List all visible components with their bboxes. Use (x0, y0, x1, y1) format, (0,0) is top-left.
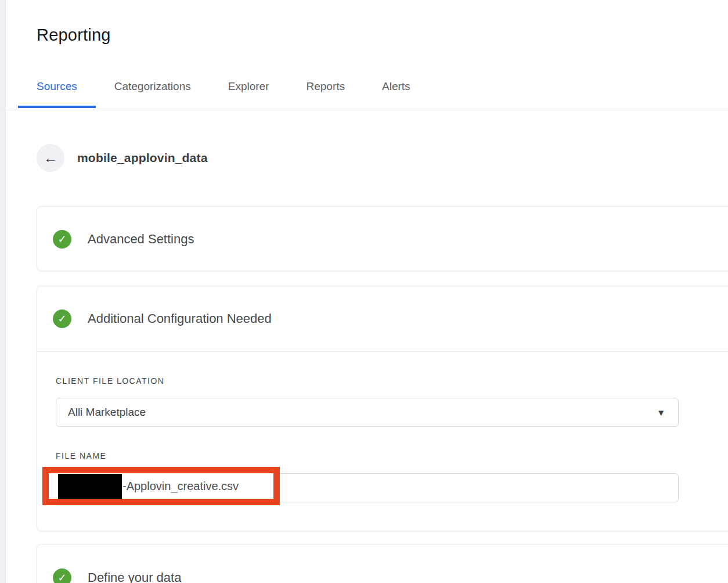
status-complete-badge: ✓ (53, 310, 71, 328)
annotation-highlight-box: -Applovin_creative.csv (42, 467, 280, 505)
chevron-down-icon: ▼ (657, 408, 665, 418)
status-complete-badge: ✓ (53, 230, 71, 249)
client-file-location-value: Alli Marketplace (68, 406, 657, 419)
card-advanced-settings[interactable]: ✓ Advanced Settings (37, 206, 728, 271)
left-edge-rail (0, 0, 6, 583)
card-additional-configuration-header[interactable]: ✓ Additional Configuration Needed (37, 286, 728, 352)
card-title: Advanced Settings (88, 232, 194, 247)
tab-sources[interactable]: Sources (18, 73, 96, 108)
card-title: Define your data (88, 570, 181, 583)
check-icon: ✓ (57, 573, 66, 583)
client-file-location-label: CLIENT FILE LOCATION (56, 376, 164, 386)
card-define-your-data-header: ✓ Define your data (37, 545, 728, 583)
tab-categorizations[interactable]: Categorizations (96, 73, 210, 108)
card-title: Additional Configuration Needed (88, 311, 272, 326)
source-header: ← mobile_applovin_data (37, 144, 208, 172)
card-additional-configuration: ✓ Additional Configuration Needed CLIENT… (37, 286, 728, 531)
check-icon: ✓ (57, 314, 66, 324)
back-arrow-icon: ← (44, 151, 57, 165)
client-file-location-select[interactable]: Alli Marketplace ▼ (56, 398, 679, 427)
file-name-value: -Applovin_creative.csv (122, 480, 239, 493)
tab-bar: Sources Categorizations Explorer Reports… (18, 73, 429, 108)
card-define-your-data[interactable]: ✓ Define your data (37, 544, 728, 583)
file-name-label: FILE NAME (56, 451, 106, 460)
tab-explorer[interactable]: Explorer (210, 73, 288, 108)
tab-alerts[interactable]: Alerts (363, 73, 429, 108)
back-button[interactable]: ← (37, 144, 64, 172)
check-icon: ✓ (57, 234, 66, 244)
tab-reports[interactable]: Reports (287, 73, 363, 108)
tab-bar-divider (0, 110, 728, 110)
page-title: Reporting (37, 26, 111, 45)
redaction-box (58, 474, 122, 499)
status-complete-badge: ✓ (53, 568, 71, 583)
source-name: mobile_applovin_data (77, 151, 208, 165)
card-advanced-settings-header: ✓ Advanced Settings (37, 207, 728, 272)
reporting-page: Reporting Sources Categorizations Explor… (0, 0, 728, 583)
